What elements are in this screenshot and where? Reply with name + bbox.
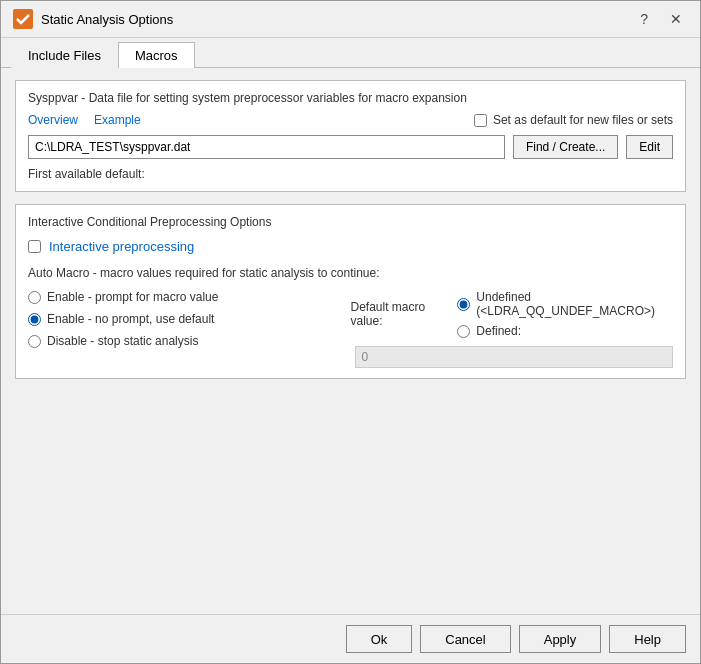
help-button[interactable]: Help <box>609 625 686 653</box>
title-bar: Static Analysis Options ? ✕ <box>1 1 700 38</box>
radio-grid: Enable - prompt for macro value Enable -… <box>28 290 673 368</box>
ok-button[interactable]: Ok <box>346 625 413 653</box>
disable-label: Disable - stop static analysis <box>47 334 198 348</box>
disable-radio[interactable] <box>28 335 41 348</box>
defined-input-row <box>351 344 674 368</box>
overview-link[interactable]: Overview <box>28 113 78 127</box>
undefined-radio[interactable] <box>457 298 470 311</box>
static-analysis-options-dialog: Static Analysis Options ? ✕ Include File… <box>0 0 701 664</box>
tab-bar: Include Files Macros <box>1 42 700 68</box>
edit-button[interactable]: Edit <box>626 135 673 159</box>
app-icon <box>13 9 33 29</box>
main-area: Sysppvar - Data file for setting system … <box>1 68 700 614</box>
interactive-preprocessing-row: Interactive preprocessing <box>28 239 673 254</box>
interactive-preprocessing-label: Interactive preprocessing <box>49 239 194 254</box>
radio1-row: Enable - prompt for macro value <box>28 290 351 304</box>
enable-prompt-label: Enable - prompt for macro value <box>47 290 218 304</box>
enable-no-prompt-label: Enable - no prompt, use default <box>47 312 214 326</box>
defined-value-input[interactable] <box>355 346 674 368</box>
sysppvar-label: Sysppvar - Data file for setting system … <box>28 91 673 105</box>
icpp-title: Interactive Conditional Preprocessing Op… <box>28 215 673 229</box>
right-radios: Undefined (<LDRA_QQ_UNDEF_MACRO>) Define… <box>457 290 673 338</box>
help-title-button[interactable]: ? <box>634 10 654 28</box>
close-title-button[interactable]: ✕ <box>664 10 688 28</box>
sysppvar-section: Sysppvar - Data file for setting system … <box>15 80 686 192</box>
right-radio-col: Default macro value: Undefined (<LDRA_QQ… <box>351 290 674 368</box>
set-default-checkbox-row: Set as default for new files or sets <box>474 113 673 127</box>
dialog-content: Include Files Macros Sysppvar - Data fil… <box>1 38 700 663</box>
interactive-preprocessing-checkbox[interactable] <box>28 240 41 253</box>
tab-macros[interactable]: Macros <box>118 42 195 68</box>
title-bar-right: ? ✕ <box>634 10 688 28</box>
example-link[interactable]: Example <box>94 113 141 127</box>
set-default-checkbox[interactable] <box>474 114 487 127</box>
radio2-row: Enable - no prompt, use default <box>28 312 351 326</box>
tab-include-files[interactable]: Include Files <box>11 42 118 68</box>
bottom-bar: Ok Cancel Apply Help <box>1 614 700 663</box>
svg-rect-0 <box>13 9 33 29</box>
defined-radio[interactable] <box>457 325 470 338</box>
radio3-row: Disable - stop static analysis <box>28 334 351 348</box>
cancel-button[interactable]: Cancel <box>420 625 510 653</box>
file-path-input[interactable] <box>28 135 505 159</box>
find-create-button[interactable]: Find / Create... <box>513 135 618 159</box>
set-default-label: Set as default for new files or sets <box>493 113 673 127</box>
undefined-radio-row: Undefined (<LDRA_QQ_UNDEF_MACRO>) <box>457 290 673 318</box>
first-available-label: First available default: <box>28 167 673 181</box>
undefined-label: Undefined (<LDRA_QQ_UNDEF_MACRO>) <box>476 290 673 318</box>
defined-radio-row: Defined: <box>457 324 673 338</box>
icpp-section: Interactive Conditional Preprocessing Op… <box>15 204 686 379</box>
enable-prompt-radio[interactable] <box>28 291 41 304</box>
left-radio-col: Enable - prompt for macro value Enable -… <box>28 290 351 368</box>
file-row: Find / Create... Edit <box>28 135 673 159</box>
dialog-title: Static Analysis Options <box>41 12 173 27</box>
defined-label: Defined: <box>476 324 521 338</box>
default-macro-label: Default macro value: <box>351 300 444 328</box>
title-bar-left: Static Analysis Options <box>13 9 173 29</box>
apply-button[interactable]: Apply <box>519 625 602 653</box>
auto-macro-desc: Auto Macro - macro values required for s… <box>28 266 673 280</box>
default-macro-row: Default macro value: Undefined (<LDRA_QQ… <box>351 290 674 338</box>
enable-no-prompt-radio[interactable] <box>28 313 41 326</box>
